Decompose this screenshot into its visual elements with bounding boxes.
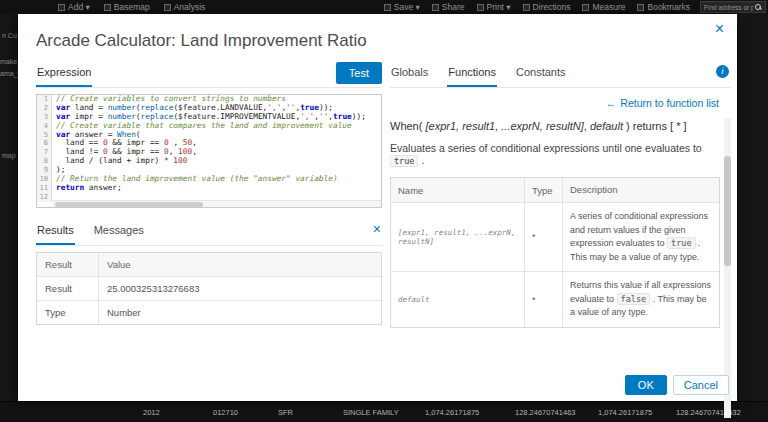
code-line: 8 land / (land + impr) * 100 [37, 157, 381, 166]
sidebar-label-fragment: n Cu [2, 32, 17, 39]
attribute-cell: 2012 [143, 408, 160, 417]
dialog-close-icon[interactable]: × [715, 21, 724, 37]
function-description: Evaluates a series of conditional expres… [390, 142, 731, 166]
info-icon[interactable]: i [716, 65, 729, 78]
toolbar-left-group: Add ▾BasemapAnalysis [58, 0, 205, 14]
code-token: // Return the land improvement value (th… [56, 174, 338, 183]
tab-messages[interactable]: Messages [93, 220, 145, 243]
attribute-cell: 1,074.26171875 [598, 408, 652, 417]
toolbar-item[interactable]: Add ▾ [58, 2, 90, 12]
line-number: 6 [37, 139, 52, 148]
results-table: ResultValueResult25.000325313276683TypeN… [36, 252, 382, 325]
code-token: 100 [173, 156, 187, 165]
code-token: true [333, 112, 352, 121]
code-token: )); [352, 112, 366, 121]
toolbar-item[interactable]: Print ▾ [477, 2, 511, 12]
code-token: replace [141, 112, 174, 121]
toolbar-item[interactable]: Bookmarks [637, 2, 690, 12]
code-token: number [108, 112, 136, 121]
code-token: land != [56, 147, 103, 156]
tab-results[interactable]: Results [36, 220, 75, 245]
code-token: '' [319, 112, 328, 121]
code-editor-lines: 1// Create variables to convert strings … [37, 95, 381, 202]
panel-scrollbar-thumb[interactable] [724, 156, 731, 266]
code-token: , [192, 147, 197, 156]
param-name: default [398, 295, 430, 304]
parameters-table: NameTypeDescription[expr1, result1, ...e… [390, 177, 720, 328]
cancel-button[interactable]: Cancel [673, 375, 729, 395]
toolbar-item[interactable]: Measure [582, 2, 625, 12]
code-token: When [117, 130, 136, 139]
toolbar-item-label: Analysis [174, 2, 206, 12]
dialog-title: Arcade Calculator: Land Improvement Rati… [36, 31, 367, 51]
param-type-cell: * [525, 203, 563, 271]
sidebar-label-fragment: map [2, 152, 16, 159]
code-token: land = [70, 103, 108, 112]
column-header: Value [99, 253, 381, 276]
panel-scrollbar[interactable] [724, 118, 731, 418]
attribute-cell: SFR [278, 408, 293, 417]
editor-scrollbar-thumb[interactable] [55, 202, 203, 207]
tab-expression[interactable]: Expression [36, 62, 92, 87]
code-token: )); [319, 103, 333, 112]
inline-code: true [390, 155, 418, 167]
results-close-icon[interactable]: × [373, 221, 381, 237]
code-line: 11return answer; [37, 184, 381, 193]
expression-tab-row: Expression Test [36, 62, 382, 88]
table-row: TypeNumber [37, 300, 381, 324]
toolbar-item[interactable]: Directions [523, 2, 571, 12]
toolbar-item-icon [582, 4, 589, 11]
line-number: 4 [37, 122, 52, 131]
line-number: 8 [37, 157, 52, 166]
table-cell: Number [99, 301, 381, 324]
line-number: 2 [37, 104, 52, 113]
tab-globals[interactable]: Globals [390, 62, 429, 85]
toolbar-right-group: Save ▾SharePrint ▾DirectionsMeasureBookm… [384, 0, 690, 14]
reference-tabs: GlobalsFunctionsConstants [390, 62, 585, 79]
toolbar-item[interactable]: Basemap [104, 2, 150, 12]
address-search-input[interactable]: Find address or place [700, 1, 766, 13]
code-token: impr = [70, 112, 108, 121]
toolbar-item-label: Basemap [114, 2, 150, 12]
table-cell: Type [37, 301, 99, 324]
code-token: && impr == [108, 138, 164, 147]
tab-functions[interactable]: Functions [447, 62, 497, 87]
code-token: , [169, 147, 178, 156]
toolbar-item-label: Share [442, 2, 465, 12]
arcade-calculator-dialog: × Arcade Calculator: Land Improvement Ra… [18, 14, 737, 401]
code-editor[interactable]: 1// Create variables to convert strings … [36, 94, 382, 208]
editor-horizontal-scrollbar[interactable] [53, 200, 381, 207]
tab-constants[interactable]: Constants [515, 62, 567, 85]
code-token: replace [141, 103, 174, 112]
param-description-cell: Returns this value if all expressions ev… [563, 272, 719, 327]
toolbar-item[interactable]: Save ▾ [384, 2, 420, 12]
return-link-label: Return to function list [620, 97, 719, 109]
reference-tab-row: GlobalsFunctionsConstants i [390, 62, 731, 88]
sidebar-label-fragment: make [0, 58, 17, 65]
code-token: 100 [178, 147, 192, 156]
expression-panel: Expression Test 1// Create variables to … [36, 62, 382, 325]
toolbar-item-label: Save ▾ [394, 2, 420, 12]
line-number: 5 [37, 131, 52, 140]
line-number: 1 [37, 95, 52, 104]
table-header-row: NameTypeDescription [391, 178, 719, 202]
ok-button[interactable]: OK [625, 375, 667, 395]
attribute-cell: 012710 [213, 408, 238, 417]
param-name: [expr1, result1, ...exprN, resultN] [398, 228, 517, 246]
code-token: 50 [183, 138, 192, 147]
toolbar-item-icon [58, 4, 65, 11]
toolbar-item-icon [384, 4, 391, 11]
toolbar-item-label: Print ▾ [487, 2, 511, 12]
toolbar-item-icon [477, 4, 484, 11]
test-button[interactable]: Test [336, 62, 382, 84]
toolbar-item-label: Bookmarks [647, 2, 690, 12]
text-part: . [418, 154, 424, 166]
text-part: [expr1, result1, ...exprN, resultN] [425, 120, 583, 132]
text-part: ) returns [623, 120, 670, 132]
code-token: number [108, 103, 136, 112]
return-to-function-list-link[interactable]: ←Return to function list [390, 97, 731, 109]
table-cell: Result [37, 277, 99, 300]
toolbar-item[interactable]: Share [432, 2, 465, 12]
toolbar-item[interactable]: Analysis [164, 2, 206, 12]
text-part: Evaluates a series of conditional expres… [390, 142, 702, 154]
